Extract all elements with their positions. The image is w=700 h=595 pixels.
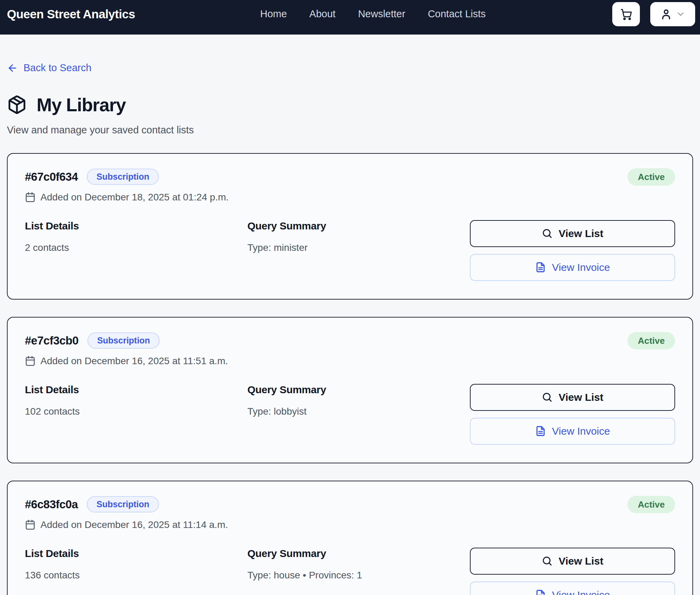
query-summary-text: Type: minister (247, 242, 470, 253)
nav-actions (612, 2, 695, 26)
cart-button[interactable] (612, 2, 640, 26)
list-details-column: List Details 102 contacts (25, 384, 247, 445)
contact-list-card: #6c83fc0a Subscription Active Added on D… (7, 481, 693, 595)
calendar-icon (25, 356, 36, 366)
back-to-search-link[interactable]: Back to Search (7, 62, 92, 74)
query-summary-column: Query Summary Type: lobbyist (247, 384, 470, 445)
subscription-badge: Subscription (87, 169, 159, 185)
list-id: #e7cf3cb0 (25, 334, 78, 347)
card-actions: View List View Invoice (470, 220, 675, 281)
added-date-row: Added on December 18, 2025 at 01:24 p.m. (25, 192, 675, 203)
back-to-search-label: Back to Search (23, 62, 92, 74)
card-header: #67c0f634 Subscription Active (25, 168, 675, 186)
navbar: Queen Street Analytics Home About Newsle… (0, 0, 700, 35)
main-content: Back to Search My Library View and manag… (0, 35, 700, 595)
chevron-down-icon (676, 9, 685, 19)
contact-list-card: #67c0f634 Subscription Active Added on D… (7, 153, 693, 300)
list-details-heading: List Details (25, 220, 247, 232)
nav-link-newsletter[interactable]: Newsletter (358, 8, 405, 20)
main-nav: Home About Newsletter Contact Lists (260, 0, 486, 28)
page-subtitle: View and manage your saved contact lists (7, 124, 693, 136)
view-invoice-label: View Invoice (552, 425, 610, 437)
arrow-left-icon (7, 63, 18, 74)
added-date: Added on December 16, 2025 at 11:14 a.m. (40, 519, 228, 530)
view-invoice-button[interactable]: View Invoice (470, 418, 675, 445)
list-id: #6c83fc0a (25, 498, 78, 511)
status-badge: Active (627, 496, 675, 513)
view-list-label: View List (559, 555, 604, 567)
user-menu-button[interactable] (650, 2, 695, 26)
card-body: List Details 136 contacts Query Summary … (25, 548, 675, 595)
added-date-row: Added on December 16, 2025 at 11:14 a.m. (25, 519, 675, 530)
list-details-column: List Details 2 contacts (25, 220, 247, 281)
search-icon (542, 228, 552, 239)
file-text-icon (535, 589, 546, 595)
contacts-count: 102 contacts (25, 406, 247, 417)
search-icon (542, 392, 552, 403)
calendar-icon (25, 519, 36, 530)
query-summary-column: Query Summary Type: minister (247, 220, 470, 281)
calendar-icon (25, 192, 36, 202)
file-text-icon (535, 262, 546, 273)
query-summary-heading: Query Summary (247, 220, 470, 232)
search-icon (542, 556, 552, 566)
list-details-column: List Details 136 contacts (25, 548, 247, 595)
contact-list-card: #e7cf3cb0 Subscription Active Added on D… (7, 317, 693, 463)
view-invoice-label: View Invoice (552, 262, 610, 273)
view-list-button[interactable]: View List (470, 384, 675, 411)
cart-icon (620, 8, 632, 20)
status-badge: Active (627, 168, 675, 186)
contacts-count: 136 contacts (25, 570, 247, 581)
subscription-badge: Subscription (87, 496, 159, 512)
nav-link-contact-lists[interactable]: Contact Lists (428, 8, 486, 20)
query-summary-heading: Query Summary (247, 548, 470, 559)
package-icon (7, 95, 27, 115)
nav-link-about[interactable]: About (309, 8, 335, 20)
added-date: Added on December 16, 2025 at 11:51 a.m. (40, 356, 228, 367)
view-invoice-button[interactable]: View Invoice (470, 254, 675, 281)
added-date-row: Added on December 16, 2025 at 11:51 a.m. (25, 356, 675, 367)
card-actions: View List View Invoice (470, 384, 675, 445)
list-details-heading: List Details (25, 384, 247, 396)
card-actions: View List View Invoice (470, 548, 675, 595)
query-summary-column: Query Summary Type: house • Provinces: 1 (247, 548, 470, 595)
view-list-button[interactable]: View List (470, 548, 675, 575)
brand-logo[interactable]: Queen Street Analytics (7, 7, 135, 21)
view-list-label: View List (559, 228, 604, 239)
card-header: #e7cf3cb0 Subscription Active (25, 332, 675, 349)
query-summary-heading: Query Summary (247, 384, 470, 396)
contacts-count: 2 contacts (25, 242, 247, 253)
list-details-heading: List Details (25, 548, 247, 559)
view-list-button[interactable]: View List (470, 220, 675, 247)
card-header: #6c83fc0a Subscription Active (25, 496, 675, 513)
cards-container: #67c0f634 Subscription Active Added on D… (7, 153, 693, 595)
added-date: Added on December 18, 2025 at 01:24 p.m. (40, 192, 229, 203)
query-summary-text: Type: house • Provinces: 1 (247, 570, 470, 581)
status-badge: Active (627, 332, 675, 349)
list-id: #67c0f634 (25, 170, 78, 183)
subscription-badge: Subscription (87, 332, 160, 349)
view-list-label: View List (559, 391, 604, 403)
view-invoice-button[interactable]: View Invoice (470, 582, 675, 595)
file-text-icon (535, 426, 546, 436)
page-title: My Library (37, 94, 126, 115)
view-invoice-label: View Invoice (552, 589, 610, 595)
title-row: My Library (7, 94, 693, 115)
card-body: List Details 2 contacts Query Summary Ty… (25, 220, 675, 281)
card-body: List Details 102 contacts Query Summary … (25, 384, 675, 445)
nav-link-home[interactable]: Home (260, 8, 287, 20)
user-icon (660, 8, 672, 20)
query-summary-text: Type: lobbyist (247, 406, 470, 417)
